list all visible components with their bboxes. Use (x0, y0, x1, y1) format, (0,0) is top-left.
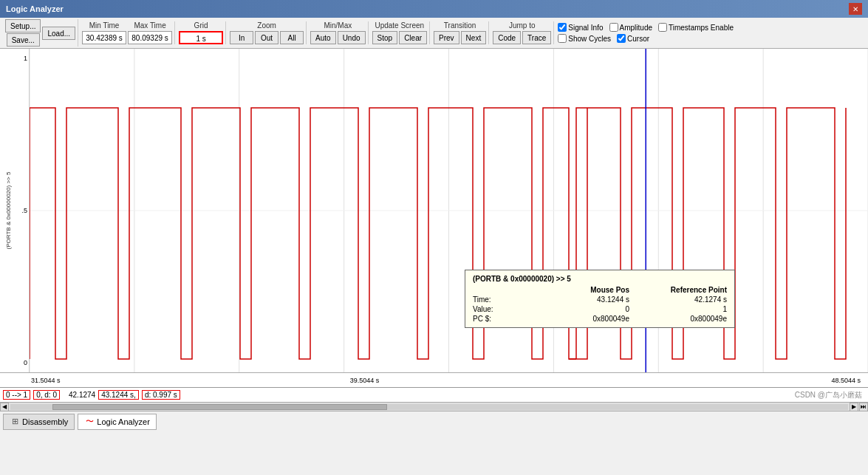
scrollbar-area[interactable]: ◀ ▶ ⏭ (0, 402, 868, 411)
status-delta: d: 0.997 s (142, 390, 180, 400)
y-value-bottom: 0 (18, 359, 27, 366)
y-axis-label: (PORTB & 0x00000020) >> 5 (5, 172, 12, 250)
transition-prev-button[interactable]: Prev (434, 31, 459, 44)
jump-trace-button[interactable]: Trace (522, 31, 551, 44)
time-ruler: 31.5044 s 39.5044 s 48.5044 s (0, 372, 868, 387)
y-value-middle: .5 (18, 207, 27, 214)
toolbar-group-update: Update Screen Stop Clear (370, 21, 430, 44)
timestamps-checkbox-label[interactable]: Timestamps Enable (658, 23, 734, 32)
status-val1: 0 --> 1 (3, 390, 30, 400)
toolbar-group-options: Signal Info Amplitude Timestamps Enable … (556, 23, 736, 43)
toolbar-group-time: Min Time 30.42389 s Max Time 80.09329 s (80, 21, 175, 44)
signal-svg (30, 49, 868, 372)
status-cursor-time: 43.1244 s, (98, 390, 139, 400)
logic-analyzer-tab[interactable]: 〜 Logic Analyzer (78, 414, 157, 430)
show-cycles-label: Show Cycles (568, 35, 611, 43)
load-button[interactable]: Load... (42, 27, 75, 40)
cursor-checkbox[interactable] (617, 34, 626, 43)
watermark: CSDN @广岛小磨菇 (795, 390, 862, 400)
toolbar-group-transition: Transition Prev Next (431, 21, 489, 44)
logic-analyzer-icon: 〜 (84, 417, 95, 427)
show-cycles-checkbox[interactable] (558, 34, 567, 43)
close-button[interactable]: ✕ (849, 3, 862, 15)
signal-info-checkbox[interactable] (558, 23, 567, 32)
min-time-value: 30.42389 s (82, 31, 126, 44)
disassembly-icon: ⊞ (10, 417, 20, 427)
amplitude-label: Amplitude (620, 24, 652, 32)
signal-waveform (30, 108, 576, 359)
zoom-label: Zoom (257, 21, 276, 30)
jump-code-button[interactable]: Code (493, 31, 521, 44)
amplitude-checkbox-label[interactable]: Amplitude (609, 23, 652, 32)
cursor-checkbox-label[interactable]: Cursor (617, 34, 649, 43)
cursor-label: Cursor (627, 35, 649, 43)
window-title: Logic Analyzer (6, 4, 64, 13)
signal-waveform-post (576, 108, 846, 359)
timestamps-checkbox[interactable] (658, 23, 667, 32)
zoom-all-button[interactable]: All (280, 31, 304, 44)
toolbar: Setup... Save... Load... Min Time 30.423… (0, 18, 868, 49)
update-clear-button[interactable]: Clear (399, 31, 427, 44)
amplitude-checkbox[interactable] (609, 23, 618, 32)
minmax-auto-button[interactable]: Auto (310, 31, 336, 44)
toolbar-group-grid: Grid 1 s (177, 21, 226, 44)
transition-label: Transition (444, 21, 476, 30)
zoom-in-button[interactable]: In (230, 31, 253, 44)
minmax-undo-button[interactable]: Undo (338, 31, 366, 44)
transition-next-button[interactable]: Next (461, 31, 487, 44)
signal-info-checkbox-label[interactable]: Signal Info (558, 23, 603, 32)
jumpto-label: Jump to (509, 21, 536, 30)
y-value-top: 1 (18, 55, 27, 62)
scrollbar-right-button[interactable]: ▶ (850, 403, 858, 411)
status-bar: 0 --> 1 0, d: 0 42.1274 43.1244 s, d: 0.… (0, 387, 868, 402)
time-t2: 39.5044 s (350, 377, 380, 384)
scrollbar-track[interactable] (10, 404, 848, 410)
disassembly-tab-label: Disassembly (22, 417, 68, 426)
signal-area[interactable]: (PORTB & 0x00000020) >> 5 1 .5 0 (0, 49, 868, 372)
max-time-value: 80.09329 s (128, 31, 172, 44)
timestamps-label: Timestamps Enable (669, 24, 734, 32)
save-button[interactable]: Save... (7, 33, 40, 47)
main-content: (PORTB & 0x00000020) >> 5 1 .5 0 (0, 49, 868, 411)
status-ref-time: 42.1274 (69, 391, 95, 399)
minmax-label: Min/Max (324, 21, 352, 30)
toolbar-group-minmax: Min/Max Auto Undo (308, 21, 368, 44)
logic-analyzer-tab-label: Logic Analyzer (97, 417, 150, 426)
setup-button[interactable]: Setup... (5, 19, 41, 33)
disassembly-tab[interactable]: ⊞ Disassembly (3, 414, 75, 430)
grid-label: Grid (194, 21, 208, 30)
zoom-out-button[interactable]: Out (255, 31, 278, 44)
update-screen-label: Update Screen (375, 21, 424, 30)
signal-info-label: Signal Info (568, 24, 603, 32)
title-bar: Logic Analyzer ✕ (0, 0, 868, 18)
scrollbar-left-button[interactable]: ◀ (0, 403, 9, 411)
toolbar-group-zoom: Zoom In Out All (228, 21, 307, 44)
time-t1: 31.5044 s (31, 377, 61, 384)
y-axis-values: 1 .5 0 (16, 49, 30, 372)
min-time-label: Min Time (89, 21, 120, 30)
y-axis-label-container: (PORTB & 0x00000020) >> 5 (0, 49, 16, 372)
taskbar: ⊞ Disassembly 〜 Logic Analyzer (0, 411, 868, 431)
grid-value[interactable]: 1 s (179, 31, 223, 44)
toolbar-group-jumpto: Jump to Code Trace (491, 21, 554, 44)
signal-canvas-wrapper[interactable]: (PORTB & 0x00000020) >> 5 Mouse Pos Refe… (30, 49, 868, 372)
update-stop-button[interactable]: Stop (372, 31, 398, 44)
toolbar-group-file: Setup... Save... Load... (3, 19, 78, 47)
max-time-label: Max Time (134, 21, 165, 30)
scrollbar-end-button[interactable]: ⏭ (859, 403, 868, 411)
show-cycles-checkbox-label[interactable]: Show Cycles (558, 34, 611, 43)
time-t3: 48.5044 s (831, 377, 861, 384)
signal-low-section (569, 108, 587, 359)
scrollbar-thumb[interactable] (52, 404, 388, 410)
status-val2: 0, d: 0 (33, 390, 60, 400)
